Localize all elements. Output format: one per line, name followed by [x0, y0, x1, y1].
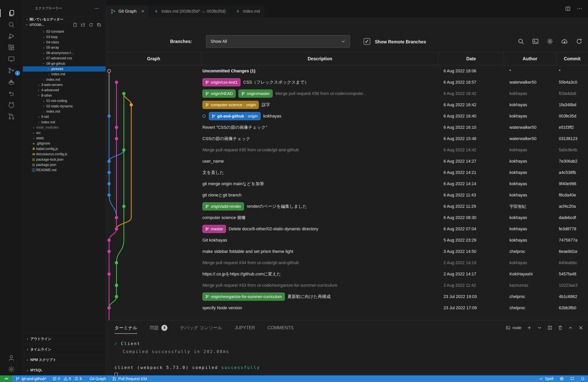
branches-dropdown[interactable]: Show All: [206, 35, 350, 48]
settings-gear-icon[interactable]: [546, 38, 553, 45]
refresh-icon[interactable]: [89, 22, 93, 27]
commit-row[interactable]: Merge pull request #35 from ut-code/git-…: [106, 144, 588, 156]
tree-item[interactable]: ›4-advanced: [23, 87, 105, 93]
open-editors-section[interactable]: › 開いているエディター: [23, 16, 105, 22]
tree-item[interactable]: ›08-git-github: [23, 61, 105, 66]
maximize-panel-icon[interactable]: [568, 325, 573, 330]
panel-tab-問題[interactable]: 問題8: [150, 320, 168, 335]
remote-indicator[interactable]: ><: [0, 375, 12, 382]
commit-row[interactable]: https://.co.jpをhttps://github.comに変えた2 A…: [106, 268, 588, 280]
commit-row[interactable]: Uncommitted Changes (1)6 Aug 2022 18:06*…: [106, 65, 588, 77]
commit-row[interactable]: origin/reorganize-for-summer-curriculum夏…: [106, 291, 588, 302]
tree-item[interactable]: ↓index.md: [23, 72, 105, 77]
tab-index-md-diff[interactable]: index.md (003fe35d^ ↔ 003fe35d): [149, 5, 231, 17]
source-control-icon[interactable]: 1: [0, 65, 22, 76]
commit-row[interactable]: origin/add-renderrenderのページを編集しました6 Aug …: [106, 201, 588, 212]
branch-badge[interactable]: computer-scienceorigin: [202, 101, 259, 109]
terminal-output[interactable]: ✓ Client Compiled successfully in 202.08…: [115, 340, 260, 379]
sidebar-section-NPM スクリプト[interactable]: ›NPM スクリプト: [23, 354, 105, 365]
commit-row[interactable]: Revert "CSSの節の画像チェック"6 Aug 2022 16:10wat…: [106, 122, 588, 133]
show-remote-branches-checkbox[interactable]: ✓: [364, 38, 370, 45]
terminal-icon[interactable]: [532, 38, 539, 45]
tree-item[interactable]: ›9-old: [23, 114, 105, 119]
tree-item[interactable]: ›05-array: [23, 45, 105, 50]
commit-row[interactable]: computer-scienceorigin誤字6 Aug 2022 16:42…: [106, 99, 588, 110]
commit-row[interactable]: origin/css-test1CSS（フレックスボックスまで）6 Aug 20…: [106, 77, 588, 88]
settings-gear-icon[interactable]: [0, 363, 22, 375]
tree-item[interactable]: ›04-class: [23, 40, 105, 45]
tree-item[interactable]: ↓index.md: [23, 120, 105, 125]
tab-git-graph[interactable]: Git Graph ×: [106, 5, 149, 17]
commit-row[interactable]: origin/HEADorigin/masterMerge pull reque…: [106, 88, 588, 99]
undo-history-icon[interactable]: [0, 88, 22, 99]
github-icon[interactable]: [0, 99, 22, 111]
more-actions-icon[interactable]: ⋯: [94, 5, 99, 11]
language-globe-icon[interactable]: [556, 375, 567, 382]
tree-item[interactable]: ›3-web-servers: [23, 82, 105, 87]
tree-item[interactable]: ›01-not-coding: [23, 98, 105, 104]
commit-row[interactable]: git merge origin mainなどを加筆6 Aug 2022 14:…: [106, 178, 588, 190]
tab-index-md[interactable]: index.md: [231, 5, 265, 17]
tree-item[interactable]: ↓index.md: [23, 77, 105, 82]
problems-status[interactable]: 0 0 8: [49, 375, 86, 382]
run-debug-icon[interactable]: [0, 30, 22, 42]
pull-request-status[interactable]: Pull Request #34: [109, 375, 150, 382]
tree-item[interactable]: {}package.json: [23, 162, 105, 168]
fetch-cloud-icon[interactable]: [561, 38, 568, 45]
split-terminal-icon[interactable]: [547, 325, 552, 330]
split-editor-icon[interactable]: [565, 6, 571, 11]
panel-tab-ターミナル[interactable]: ターミナル: [115, 320, 137, 335]
tree-item[interactable]: ›02-static-dynamic: [23, 104, 105, 109]
docker-icon[interactable]: [0, 76, 22, 88]
extensions-icon[interactable]: [0, 42, 22, 53]
tree-item[interactable]: Bbabel.config.js: [23, 146, 105, 151]
kill-terminal-icon[interactable]: [558, 325, 563, 330]
tree-item[interactable]: ›06-anonymous-f...: [23, 50, 105, 56]
commit-row[interactable]: Git kokhayas5 Aug 2022 23:29kokhayas7475…: [106, 234, 588, 246]
tree-item[interactable]: ›pictures: [23, 66, 105, 72]
account-icon[interactable]: [0, 352, 22, 363]
editor-more-actions-icon[interactable]: ⋯: [577, 5, 582, 12]
sidebar-section-タイムライン[interactable]: ›タイムライン: [23, 344, 105, 354]
panel-tab-JUPYTER[interactable]: JUPYTER: [235, 320, 255, 335]
sidebar-section-アウトライン[interactable]: ›アウトライン: [23, 333, 105, 344]
branch-badge[interactable]: origin/HEAD: [202, 89, 236, 98]
new-terminal-icon[interactable]: [527, 325, 532, 330]
collapse-all-icon[interactable]: [97, 22, 101, 27]
tree-item[interactable]: ↓index.md: [23, 109, 105, 114]
new-file-icon[interactable]: [73, 22, 77, 27]
remote-explorer-icon[interactable]: [0, 53, 22, 65]
branch-badge[interactable]: master: [202, 225, 226, 233]
commit-row[interactable]: computer science 俯瞰6 Aug 2022 08:30kokha…: [106, 212, 588, 223]
new-folder-icon[interactable]: [81, 22, 85, 27]
tree-item[interactable]: ›node_modules: [23, 125, 105, 130]
tree-item[interactable]: ›8-other: [23, 93, 105, 98]
tree-item[interactable]: ›src: [23, 130, 105, 135]
branch-badge[interactable]: origin/reorganize-for-summer-curriculum: [202, 293, 285, 301]
branch-badge[interactable]: origin/css-test1: [202, 78, 241, 86]
git-graph-status[interactable]: Git Graph: [86, 375, 109, 382]
close-panel-icon[interactable]: [578, 325, 583, 330]
branch-badge[interactable]: origin/add-render: [202, 202, 244, 211]
tree-item[interactable]: {}package-lock.json: [23, 157, 105, 162]
commit-row[interactable]: user_name6 Aug 2022 14:27kokhayas7e306ab…: [106, 156, 588, 167]
close-icon[interactable]: ×: [141, 9, 144, 14]
tree-item[interactable]: ›02-constant: [23, 29, 105, 34]
tree-item[interactable]: iREADME.md: [23, 168, 105, 173]
commit-row[interactable]: 文を直した6 Aug 2022 14:21kokhayasa4c538fb: [106, 167, 588, 178]
tree-item[interactable]: ›static: [23, 136, 105, 141]
launch-profile-chevron-icon[interactable]: [537, 325, 542, 330]
commit-row[interactable]: make sidebar foldable and set prism them…: [106, 246, 588, 257]
commit-row[interactable]: specify Node version23 Jul 2022 17:09che…: [106, 302, 588, 314]
find-icon[interactable]: [517, 38, 524, 45]
terminal-profile-selector[interactable]: node: [506, 325, 522, 330]
panel-tab-デバッグ コンソール[interactable]: デバッグ コンソール: [180, 320, 222, 335]
branch-status[interactable]: git-and-github*: [12, 375, 49, 382]
tree-item[interactable]: JSdocusaurus.config.js: [23, 151, 105, 157]
sidebar-section-MYSQL[interactable]: ›MYSQL: [23, 365, 105, 375]
commit-row[interactable]: masterDelete docs/8-other/02-static-dyna…: [106, 223, 588, 234]
branch-badge[interactable]: origin/master: [238, 89, 273, 98]
notifications-bell-icon[interactable]: [578, 375, 588, 382]
refresh-icon[interactable]: [576, 38, 583, 45]
panel-tab-COMMENTS[interactable]: COMMENTS: [268, 320, 294, 335]
